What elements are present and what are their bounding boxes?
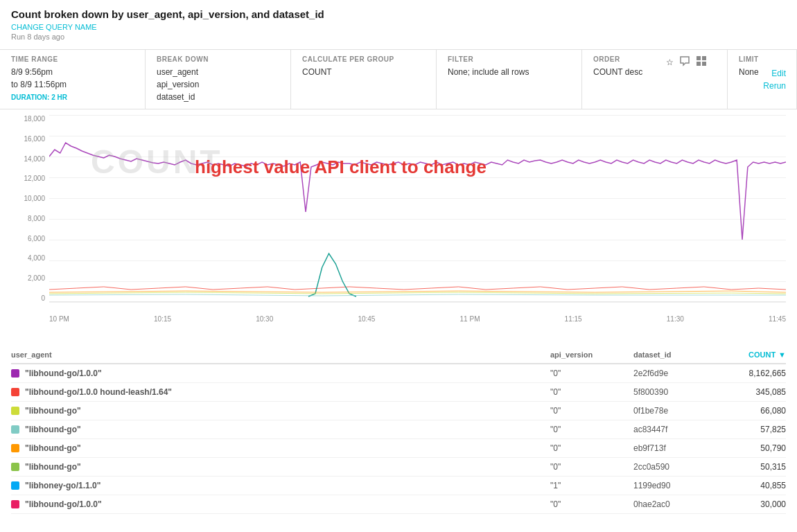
table-row[interactable]: "libhound-go/1.0.0" "0" 2e2f6d9e 8,162,6… xyxy=(11,364,786,383)
limit-label: LIMIT xyxy=(739,55,785,63)
time-range-value: 8/9 9:56pm to 8/9 11:56pm DURATION: 2 HR xyxy=(11,66,134,103)
filter-value: None; include all rows xyxy=(448,66,570,78)
change-query-link[interactable]: CHANGE QUERY NAME xyxy=(11,23,786,31)
table-header: user_agent api_version dataset_id COUNT … xyxy=(11,351,786,364)
cell-dataset-id: eb9f713f xyxy=(633,443,717,453)
row-color-dot xyxy=(11,369,19,378)
cell-user-agent: "libhound-go" xyxy=(11,406,550,416)
edit-rerun-container: Edit Rerun xyxy=(763,69,786,91)
cell-count: 57,825 xyxy=(717,425,786,434)
row-color-dot xyxy=(11,481,19,490)
row-color-dot xyxy=(11,500,19,508)
chart-container: 18,000 16,000 14,000 12,000 10,000 8,000… xyxy=(11,115,786,323)
table-row[interactable]: "libhound-go" "0" ac83447f 57,825 xyxy=(11,420,786,439)
time-range-section[interactable]: TIME RANGE 8/9 9:56pm to 8/9 11:56pm DUR… xyxy=(0,50,146,109)
table-body: "libhound-go/1.0.0" "0" 2e2f6d9e 8,162,6… xyxy=(11,364,786,514)
cell-api-version: "0" xyxy=(550,443,633,453)
break-down-section[interactable]: BREAK DOWN user_agent api_version datase… xyxy=(146,50,291,109)
svg-rect-3 xyxy=(702,62,706,66)
col-header-api-version: api_version xyxy=(550,351,633,359)
cell-count: 50,315 xyxy=(717,462,786,472)
cell-dataset-id: 5f800390 xyxy=(633,387,717,397)
y-axis: 18,000 16,000 14,000 12,000 10,000 8,000… xyxy=(11,115,49,302)
table-row[interactable]: "libhound-go" "0" eb9f713f 50,790 xyxy=(11,439,786,458)
cell-user-agent: "libhound-go" xyxy=(11,425,550,434)
table-row[interactable]: "libhound-go/1.0.0 hound-leash/1.64" "0"… xyxy=(11,383,786,402)
cell-count: 8,162,665 xyxy=(717,369,786,378)
run-info: Run 8 days ago xyxy=(11,33,786,41)
comment-icon[interactable] xyxy=(679,55,690,69)
cell-user-agent: "libhound-go" xyxy=(11,462,550,472)
row-color-dot xyxy=(11,407,19,415)
results-table: user_agent api_version dataset_id COUNT … xyxy=(0,351,797,514)
toolbar: TIME RANGE 8/9 9:56pm to 8/9 11:56pm DUR… xyxy=(0,49,797,109)
table-row[interactable]: "libhound-go" "0" 0f1be78e 66,080 xyxy=(11,402,786,420)
break-down-label: BREAK DOWN xyxy=(157,55,279,63)
limit-section[interactable]: LIMIT None xyxy=(728,50,797,109)
sort-icon: ▼ xyxy=(778,351,786,359)
edit-button[interactable]: Edit xyxy=(763,69,786,78)
svg-rect-1 xyxy=(702,56,706,60)
cell-user-agent: "libhoney-go/1.1.0" xyxy=(11,481,550,490)
filter-section[interactable]: FILTER None; include all rows xyxy=(437,50,582,109)
star-icon[interactable]: ☆ xyxy=(666,57,674,67)
x-axis: 10 PM 10:15 10:30 10:45 11 PM 11:15 11:3… xyxy=(49,315,786,323)
svg-rect-2 xyxy=(697,62,701,66)
cell-api-version: "0" xyxy=(550,406,633,416)
cell-dataset-id: 0f1be78e xyxy=(633,406,717,416)
cell-count: 345,085 xyxy=(717,387,786,397)
cell-dataset-id: 2cc0a590 xyxy=(633,462,717,472)
cell-api-version: "0" xyxy=(550,369,633,378)
filter-label: FILTER xyxy=(448,55,570,63)
cell-api-version: "0" xyxy=(550,425,633,434)
calculate-value: COUNT xyxy=(302,66,425,78)
header-icons: ☆ xyxy=(666,55,707,69)
page-title: Count broken down by user_agent, api_ver… xyxy=(11,8,786,20)
cell-count: 66,080 xyxy=(717,406,786,416)
cell-user-agent: "libhound-go/1.0.0" xyxy=(11,499,550,509)
chart-annotation: highest value API client to change xyxy=(195,157,487,178)
table-row[interactable]: "libhound-go" "0" 2cc0a590 50,315 xyxy=(11,458,786,477)
cell-count: 40,855 xyxy=(717,481,786,490)
cell-api-version: "0" xyxy=(550,499,633,509)
cell-dataset-id: 0hae2ac0 xyxy=(633,499,717,509)
cell-api-version: "0" xyxy=(550,387,633,397)
cell-user-agent: "libhound-go/1.0.0" xyxy=(11,369,550,378)
time-range-label: TIME RANGE xyxy=(11,55,134,63)
grid-icon[interactable] xyxy=(696,55,707,69)
row-color-dot xyxy=(11,444,19,452)
cell-dataset-id: 2e2f6d9e xyxy=(633,369,717,378)
row-color-dot xyxy=(11,425,19,434)
chart-plot: COUNT highest value API client to change xyxy=(49,115,786,302)
col-header-user-agent: user_agent xyxy=(11,351,550,359)
rerun-button[interactable]: Rerun xyxy=(763,81,786,91)
cell-count: 30,000 xyxy=(717,499,786,509)
break-down-value: user_agent api_version dataset_id xyxy=(157,66,279,103)
row-color-dot xyxy=(11,463,19,471)
cell-count: 50,790 xyxy=(717,443,786,453)
cell-dataset-id: ac83447f xyxy=(633,425,717,434)
col-header-dataset-id: dataset_id xyxy=(633,351,717,359)
row-color-dot xyxy=(11,388,19,396)
cell-api-version: "1" xyxy=(550,481,633,490)
cell-user-agent: "libhound-go/1.0.0 hound-leash/1.64" xyxy=(11,387,550,397)
cell-api-version: "0" xyxy=(550,462,633,472)
col-header-count[interactable]: COUNT ▼ xyxy=(717,351,786,359)
chart-area: 18,000 16,000 14,000 12,000 10,000 8,000… xyxy=(0,109,797,345)
table-row[interactable]: "libhoney-go/1.1.0" "1" 1199ed90 40,855 xyxy=(11,477,786,495)
table-row[interactable]: "libhound-go/1.0.0" "0" 0hae2ac0 30,000 xyxy=(11,495,786,514)
calculate-label: CALCULATE PER GROUP xyxy=(302,55,425,63)
svg-rect-0 xyxy=(697,56,701,60)
cell-user-agent: "libhound-go" xyxy=(11,443,550,453)
cell-dataset-id: 1199ed90 xyxy=(633,481,717,490)
calculate-section[interactable]: CALCULATE PER GROUP COUNT xyxy=(291,50,437,109)
